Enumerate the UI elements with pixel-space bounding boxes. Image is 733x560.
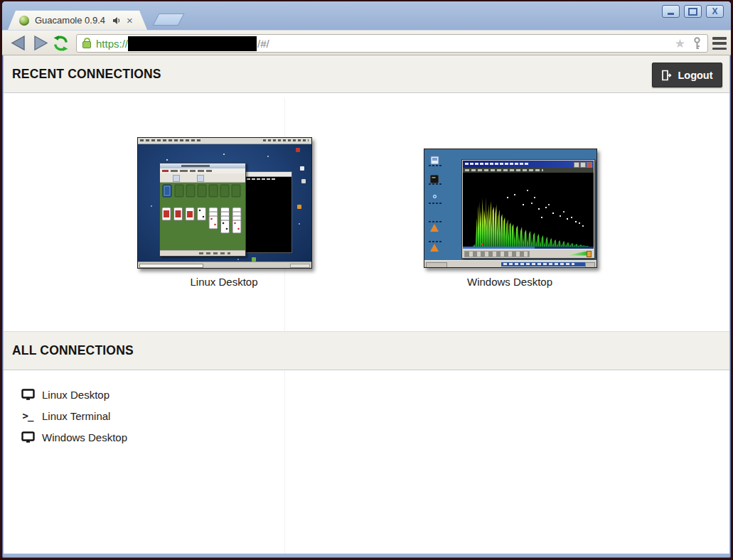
monitor-icon [20,388,36,401]
linux-menu-bar [138,138,311,144]
desktop-icon [430,232,439,244]
spectrum-visualization [463,173,594,247]
close-button[interactable]: X [706,5,724,18]
logout-door-icon [661,70,672,81]
logout-label: Logout [678,70,712,81]
browser-toolbar: https:// /#/ ★ [2,30,731,55]
logout-button[interactable]: Logout [652,63,722,87]
terminal-icon: >_ [20,409,36,422]
connection-label: Linux Terminal [42,410,110,422]
desktop-icon [430,173,439,186]
maximize-icon [688,8,697,16]
window-titlebar: X Guacamole 0.9.4 × [2,1,731,30]
connection-item-windows-desktop[interactable]: Windows Desktop [4,426,729,448]
bookmark-star-icon[interactable]: ★ [675,38,685,50]
tab-audio-speaker-icon[interactable] [112,16,121,25]
thumbnail-caption[interactable]: Windows Desktop [424,276,596,288]
desktop-icon [430,212,439,225]
recent-connections-title: RECENT CONNECTIONS [12,67,161,82]
connections-list: Linux Desktop >_ Linux Terminal Windows … [4,384,729,448]
address-bar[interactable]: https:// /#/ ★ [76,34,708,53]
desktop-icon [300,166,304,171]
desktop-icon [430,155,439,168]
solitaire-window [159,163,246,257]
recent-connection-linux-desktop[interactable]: Linux Desktop [137,137,311,269]
all-connections-title: ALL CONNECTIONS [12,343,134,358]
screenshot-root: X Guacamole 0.9.4 × [0,0,733,560]
forward-button[interactable] [31,34,50,52]
tab-close-icon[interactable]: × [127,15,133,26]
redacted-host-box [128,36,257,51]
linux-desktop-thumbnail[interactable] [137,137,312,269]
browser-menu-icon[interactable] [712,37,727,50]
all-connections-header: ALL CONNECTIONS [4,331,729,370]
window-title-bar [463,161,594,168]
windows-desktop-thumbnail[interactable] [424,149,597,268]
guacamole-favicon-icon [19,16,29,26]
desktop-icon [296,148,300,152]
browser-tab[interactable]: Guacamole 0.9.4 × [8,11,147,30]
monitor-icon [20,431,36,443]
desktop-icon [297,205,301,209]
recent-connection-windows-desktop[interactable]: Windows Desktop [424,149,596,268]
key-icon[interactable] [692,37,702,50]
solitaire-cards [160,182,245,251]
close-icon: X [712,7,717,16]
connection-label: Windows Desktop [42,431,127,443]
back-button[interactable] [9,34,28,52]
reload-icon[interactable] [52,34,70,53]
tab-title: Guacamole 0.9.4 [35,15,105,26]
https-lock-icon [82,38,91,49]
maximize-button[interactable] [684,5,702,18]
url-suffix: /#/ [257,38,269,50]
new-tab-button[interactable] [152,14,184,26]
minimize-button[interactable] [662,5,680,18]
terminal-window [244,171,292,253]
url-scheme: https:// [96,38,128,50]
connection-item-linux-desktop[interactable]: Linux Desktop [4,384,729,405]
connection-label: Linux Desktop [42,389,109,401]
thumbnail-caption[interactable]: Linux Desktop [137,276,311,288]
desktop-icon [301,179,306,183]
minimize-icon [668,13,674,15]
connection-item-linux-terminal[interactable]: >_ Linux Terminal [4,405,729,426]
windows-taskbar [424,260,596,267]
player-toolbar [463,249,594,257]
guacamole-home-page: RECENT CONNECTIONS Logout [4,55,729,554]
linux-taskbar [138,262,311,268]
browser-window: X Guacamole 0.9.4 × [2,1,731,558]
recent-connections-header: RECENT CONNECTIONS Logout [4,55,729,93]
media-player-window [461,159,595,259]
window-controls: X [662,5,724,18]
